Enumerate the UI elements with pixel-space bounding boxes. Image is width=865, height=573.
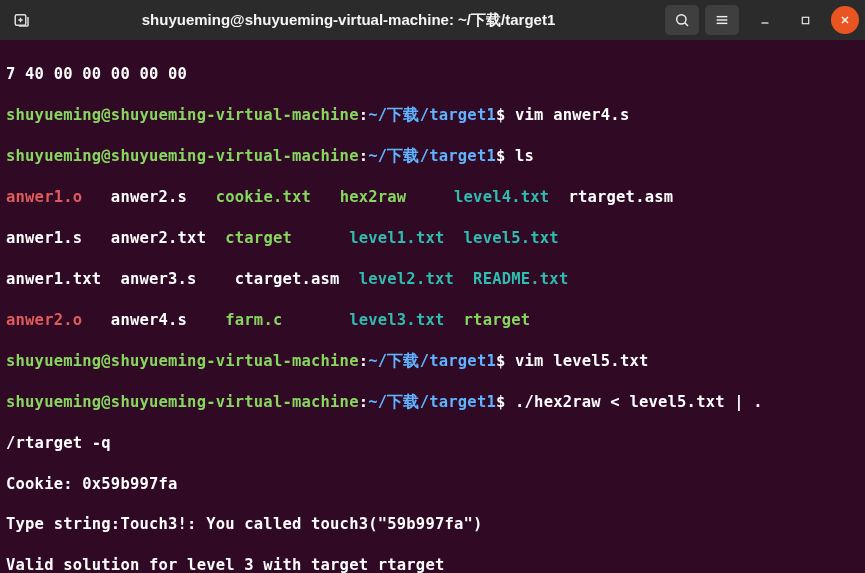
file-plain: anwer3.s bbox=[120, 270, 234, 288]
file-exec: rtarget bbox=[464, 311, 531, 329]
terminal-output[interactable]: 7 40 00 00 00 00 00 shuyueming@shuyuemin… bbox=[0, 40, 865, 573]
svg-rect-9 bbox=[802, 17, 808, 23]
file-archive: anwer2.o bbox=[6, 311, 111, 329]
file-archive: anwer1.o bbox=[6, 188, 111, 206]
command-text: vim anwer4.s bbox=[506, 106, 630, 124]
search-button[interactable] bbox=[665, 5, 699, 35]
file-plain: anwer1.txt bbox=[6, 270, 120, 288]
command-text: ls bbox=[506, 147, 535, 165]
output-line: Valid solution for level 3 with target r… bbox=[6, 555, 859, 573]
new-tab-button[interactable] bbox=[6, 5, 38, 35]
output-line: Type string:Touch3!: You called touch3("… bbox=[6, 514, 859, 534]
file-text: level3.txt bbox=[349, 311, 463, 329]
output-line: /rtarget -q bbox=[6, 433, 859, 453]
file-plain: anwer2.s bbox=[111, 188, 216, 206]
file-exec: hex2raw bbox=[340, 188, 454, 206]
svg-line-4 bbox=[685, 23, 688, 26]
prompt-line: shuyueming@shuyueming-virtual-machine:~/… bbox=[6, 146, 859, 166]
file-text: README.txt bbox=[473, 270, 568, 288]
file-text: level4.txt bbox=[454, 188, 568, 206]
maximize-button[interactable] bbox=[791, 6, 819, 34]
prompt-line: shuyueming@shuyueming-virtual-machine:~/… bbox=[6, 392, 859, 412]
svg-point-3 bbox=[677, 15, 686, 24]
hamburger-menu-button[interactable] bbox=[705, 5, 739, 35]
command-text: vim level5.txt bbox=[506, 352, 649, 370]
prompt-line: shuyueming@shuyueming-virtual-machine:~/… bbox=[6, 351, 859, 371]
file-text: level5.txt bbox=[464, 229, 559, 247]
file-exec: cookie.txt bbox=[216, 188, 340, 206]
file-plain: anwer2.txt bbox=[111, 229, 225, 247]
window-title: shuyueming@shuyueming-virtual-machine: ~… bbox=[38, 11, 659, 30]
file-text: level1.txt bbox=[349, 229, 463, 247]
minimize-button[interactable] bbox=[751, 6, 779, 34]
ls-row: anwer1.o anwer2.s cookie.txt hex2raw lev… bbox=[6, 187, 859, 207]
output-line: Cookie: 0x59b997fa bbox=[6, 474, 859, 494]
output-line: 7 40 00 00 00 00 00 bbox=[6, 64, 859, 84]
ls-row: anwer1.txt anwer3.s ctarget.asm level2.t… bbox=[6, 269, 859, 289]
ls-row: anwer1.s anwer2.txt ctarget level1.txt l… bbox=[6, 228, 859, 248]
file-plain: ctarget.asm bbox=[235, 270, 359, 288]
prompt-line: shuyueming@shuyueming-virtual-machine:~/… bbox=[6, 105, 859, 125]
file-text: level2.txt bbox=[359, 270, 473, 288]
prompt-path: ~/下载/target1 bbox=[368, 106, 496, 124]
command-text: ./hex2raw < level5.txt | . bbox=[506, 393, 763, 411]
file-exec: farm.c bbox=[225, 311, 349, 329]
file-plain: anwer4.s bbox=[111, 311, 225, 329]
file-plain: rtarget.asm bbox=[568, 188, 673, 206]
close-button[interactable] bbox=[831, 6, 859, 34]
ls-row: anwer2.o anwer4.s farm.c level3.txt rtar… bbox=[6, 310, 859, 330]
file-plain: anwer1.s bbox=[6, 229, 111, 247]
prompt-user: shuyueming@shuyueming-virtual-machine bbox=[6, 106, 359, 124]
file-exec: ctarget bbox=[225, 229, 349, 247]
window-titlebar: shuyueming@shuyueming-virtual-machine: ~… bbox=[0, 0, 865, 40]
